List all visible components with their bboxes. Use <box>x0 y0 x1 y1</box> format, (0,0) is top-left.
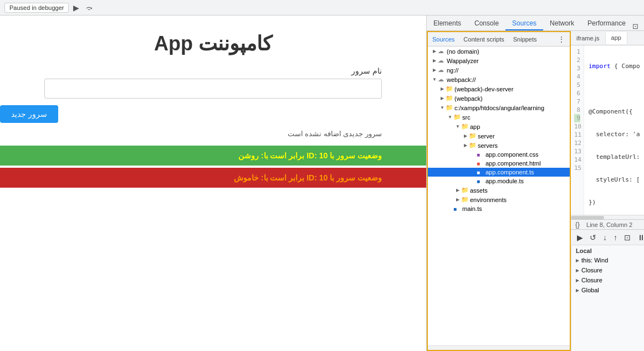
app-panel: کامپوننت App نام سرور سرور جدید سرور جدی… <box>0 16 427 351</box>
tree-item-app-html[interactable]: ■ app.component.html <box>428 159 570 168</box>
code-tab-app[interactable]: app <box>606 32 627 44</box>
code-status-bar: {} Line 8, Column 2 <box>571 219 644 229</box>
scope-closure-1[interactable]: ▶ Closure <box>571 265 644 275</box>
sub-tab-snippets[interactable]: Snippets <box>509 34 541 45</box>
file-tree[interactable]: ▶ ☁ (no domain) ▶ ☁ Wappalyzer ▶ ☁ ng: <box>428 47 570 345</box>
no-server-message: سرور جدیدی اضافه نشده است <box>0 127 426 140</box>
code-tabs: iframe.js app <box>571 31 644 45</box>
scope-global[interactable]: ▶ Global <box>571 285 644 295</box>
pause-on-exceptions-button[interactable]: ⏸ <box>636 232 644 243</box>
tree-item-src[interactable]: ▼ 📁 src <box>428 112 570 122</box>
debugger-panel: ▶ ↺ ↓ ↑ ⊡ ⏸ Async Scope Watch <box>571 229 644 351</box>
status-green-bar: وضعیت سرور با ID: 10 برابر است با: روشن <box>0 146 426 166</box>
code-hscroll-thumb <box>571 216 604 219</box>
tab-elements[interactable]: Elements <box>427 17 468 30</box>
server-name-label: نام سرور <box>0 66 426 79</box>
tree-item-environments[interactable]: ▶ 📁 environments <box>428 195 570 204</box>
sources-left: Sources Content scripts Snippets ⋮ ▶ ☁ (… <box>427 31 571 351</box>
step-over-button[interactable]: ↺ <box>588 232 598 243</box>
devtools-panel: Elements Console Sources Network Perform… <box>427 16 644 351</box>
tree-item-main-ts[interactable]: ■ main.ts <box>428 204 570 213</box>
status-red-bar: وضعیت سرور با ID: 10 برابر است با: خاموش <box>0 168 426 188</box>
step-over-button[interactable]: ⤼ <box>84 2 95 13</box>
devtools-tabs: Elements Console Sources Network Perform… <box>427 16 644 31</box>
scope-closure-2[interactable]: ▶ Closure <box>571 275 644 285</box>
devtools-body: Sources Content scripts Snippets ⋮ ▶ ☁ (… <box>427 31 644 351</box>
resume-debugger-button[interactable]: ▶ <box>575 232 585 243</box>
sources-sub-tabs: Sources Content scripts Snippets ⋮ <box>428 32 570 47</box>
tab-console[interactable]: Console <box>468 17 505 30</box>
top-bar: Paused in debugger ▶ ⤼ <box>0 0 644 16</box>
tree-scrollbar[interactable] <box>428 345 570 350</box>
tree-item-assets[interactable]: ▶ 📁 assets <box>428 185 570 195</box>
tree-item-servers-folder[interactable]: ▶ 📁 servers <box>428 141 570 150</box>
code-position: Line 8, Column 2 <box>586 221 632 228</box>
scope-this[interactable]: ▶ this: Wind <box>571 255 644 265</box>
tree-item-app-css[interactable]: ■ app.component.css <box>428 150 570 159</box>
add-server-button[interactable]: سرور جدید <box>0 105 58 123</box>
code-area[interactable]: 12345 678910 1112131415 import { Compo @… <box>571 45 644 215</box>
resume-button[interactable]: ▶ <box>71 2 81 13</box>
tree-item-app-ts[interactable]: ■ app.component.ts <box>428 168 570 177</box>
code-tab-iframe[interactable]: iframe.js <box>571 33 606 44</box>
pretty-print-icon[interactable]: {} <box>575 221 580 229</box>
line-numbers: 12345 678910 1112131415 <box>571 45 584 215</box>
code-hscroll[interactable] <box>571 215 644 219</box>
tree-item-webpack[interactable]: ▼ ☁ webpack:// <box>428 75 570 84</box>
local-section: Local <box>571 245 644 255</box>
tree-item-xampp[interactable]: ▼ 📁 c:/xampp/htdocs/angular/learning <box>428 103 570 112</box>
tree-item-webpack-dev-server[interactable]: ▶ 📁 (webpack)-dev-server <box>428 84 570 94</box>
settings-icon[interactable]: ⋮ <box>642 22 644 30</box>
sub-tab-sources[interactable]: Sources <box>428 34 459 45</box>
main-layout: کامپوننت App نام سرور سرور جدید سرور جدی… <box>0 16 644 351</box>
tree-item-app-folder[interactable]: ▼ 📁 app <box>428 122 570 131</box>
sub-tab-more[interactable]: ⋮ <box>553 35 570 44</box>
debugger-body: Debugger paused ▼ Call Stack ◉ (anonymou… <box>571 245 644 351</box>
pause-badge: Paused in debugger <box>4 3 69 13</box>
scope-panel: Local ▶ this: Wind ▶ Closure ▶ <box>571 245 644 351</box>
tree-item-no-domain[interactable]: ▶ ☁ (no domain) <box>428 47 570 56</box>
deactivate-breakpoints-button[interactable]: ⊡ <box>622 232 632 243</box>
tab-network[interactable]: Network <box>543 17 581 30</box>
tree-item-app-module[interactable]: ■ app.module.ts <box>428 177 570 185</box>
sub-tab-content-scripts[interactable]: Content scripts <box>459 34 508 45</box>
devtools-tab-icons: ⊡ ⋮ <box>632 22 644 30</box>
step-into-button[interactable]: ↓ <box>601 232 609 243</box>
tree-item-webpack-pkg[interactable]: ▶ 📁 (webpack) <box>428 94 570 103</box>
tree-item-wappalyzer[interactable]: ▶ ☁ Wappalyzer <box>428 56 570 65</box>
dock-icon[interactable]: ⊡ <box>632 22 638 30</box>
step-out-button[interactable]: ↑ <box>612 232 619 243</box>
sources-code: iframe.js app 12345 678910 1112131415 im… <box>571 31 644 351</box>
tab-sources[interactable]: Sources <box>505 17 543 30</box>
tab-performance[interactable]: Performance <box>581 17 632 30</box>
code-content: import { Compo @Component({ selector: 'a… <box>584 45 644 215</box>
app-title: کامپوننت App <box>0 16 426 66</box>
tree-item-server-folder[interactable]: ▶ 📁 server <box>428 131 570 141</box>
tree-item-ng[interactable]: ▶ ☁ ng:// <box>428 65 570 75</box>
server-name-input[interactable] <box>44 79 382 99</box>
debugger-toolbar: ▶ ↺ ↓ ↑ ⊡ ⏸ Async Scope Watch <box>571 230 644 245</box>
